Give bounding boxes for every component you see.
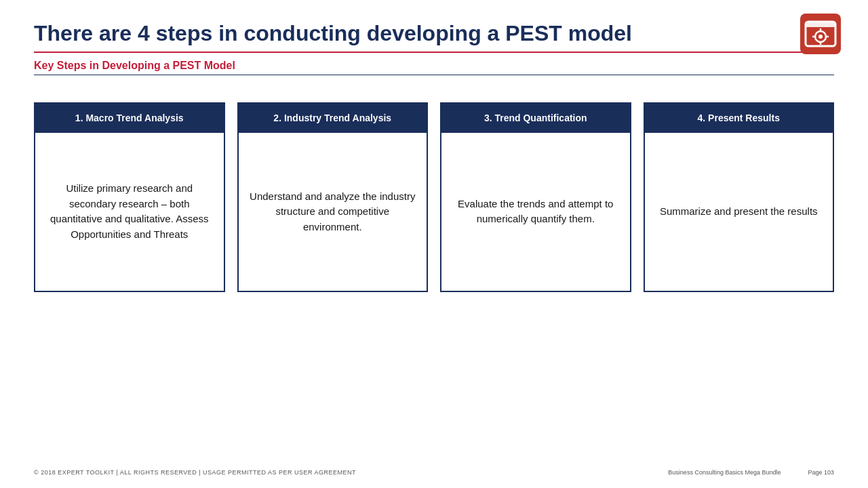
footer-left: © 2018 EXPERT TOOLKIT | ALL RIGHTS RESER… <box>34 469 356 476</box>
svg-rect-2 <box>806 22 835 27</box>
logo-icon <box>800 14 841 54</box>
header-divider <box>34 52 834 53</box>
footer-center: Business Consulting Basics Mega Bundle <box>668 469 781 476</box>
page-container: There are 4 steps in conducting developi… <box>0 0 868 488</box>
subtitle-divider <box>34 75 834 75</box>
step-card-4: 4. Present Results Summarize and present… <box>644 102 835 292</box>
step-card-1: 1. Macro Trend Analysis Utilize primary … <box>34 102 225 292</box>
page-title: There are 4 steps in conducting developi… <box>34 20 834 46</box>
step-card-3: 3. Trend Quantification Evaluate the tre… <box>440 102 631 292</box>
subtitle: Key Steps in Developing a PEST Model <box>34 60 834 72</box>
step-2-body: Understand and analyze the industry stru… <box>239 133 427 291</box>
footer-page: Page 103 <box>808 469 834 476</box>
footer-right: Business Consulting Basics Mega Bundle P… <box>668 469 834 476</box>
step-3-body: Evaluate the trends and attempt to numer… <box>441 133 630 291</box>
step-3-header: 3. Trend Quantification <box>441 104 630 132</box>
step-4-body: Summarize and present the results <box>645 133 833 291</box>
step-card-2: 2. Industry Trend Analysis Understand an… <box>237 102 429 292</box>
step-4-header: 4. Present Results <box>645 104 833 132</box>
footer: © 2018 EXPERT TOOLKIT | ALL RIGHTS RESER… <box>34 469 834 476</box>
svg-point-8 <box>818 35 823 39</box>
step-1-body: Utilize primary research and secondary r… <box>35 133 224 291</box>
steps-container: 1. Macro Trend Analysis Utilize primary … <box>34 102 834 474</box>
step-2-header: 2. Industry Trend Analysis <box>239 104 427 132</box>
step-1-header: 1. Macro Trend Analysis <box>35 104 224 132</box>
